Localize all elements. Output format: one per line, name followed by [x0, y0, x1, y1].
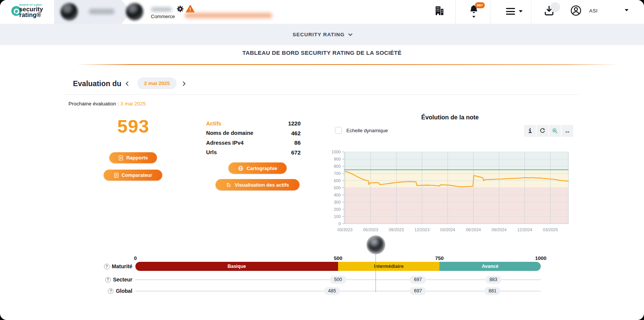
header-divider [455, 0, 456, 24]
next-evaluation-label: Prochaine évaluation : [68, 101, 119, 107]
y-tick-label: 100 [334, 214, 341, 219]
y-tick-label: 900 [334, 157, 341, 161]
brand-name-line2: rating® [19, 12, 43, 18]
asset-row: Adresses IPv486 [206, 138, 301, 148]
refresh-icon [539, 128, 546, 134]
maturity-scale-label: 1000 [535, 255, 546, 261]
asset-row: Noms de domaine462 [206, 128, 301, 138]
maturity-segment: Basique [135, 262, 338, 271]
comparateur-button[interactable]: Comparateur [104, 170, 162, 181]
user-initials: ASI [589, 8, 597, 14]
chart-band [344, 188, 568, 224]
org-url-redacted[interactable] [185, 13, 272, 18]
chart-refresh-button[interactable] [537, 125, 548, 137]
benchmark-value-pill: 485 [324, 287, 340, 295]
maturity-scale-label: 500 [334, 255, 343, 261]
cartographie-label: Cartographie [247, 165, 277, 171]
asset-row: Actifs1220 [206, 119, 301, 128]
organizations-icon[interactable] [433, 5, 445, 17]
dynamic-scale-checkbox[interactable] [335, 127, 342, 134]
evaluation-date-pill[interactable]: 2 mai 2025 [137, 77, 177, 89]
chart-toolbar: i ↔ [524, 125, 573, 137]
secteur-row-label: ? Secteur [91, 277, 132, 283]
parent-org-avatar[interactable] [61, 3, 78, 20]
user-account-icon[interactable] [570, 5, 582, 17]
asset-label: Actifs [206, 121, 221, 127]
benchmark-value-pill: 883 [485, 276, 501, 284]
brand-logo-text: board of cyber security rating® [19, 3, 43, 18]
report-download-icon [118, 155, 123, 161]
y-tick-label: 0 [338, 221, 341, 226]
score-evolution-chart: 0100200300400500600700800900100003/20230… [321, 147, 575, 238]
maturity-segment: Avancé [439, 262, 541, 271]
asset-value: 462 [291, 130, 301, 136]
chart-zoom-in-button[interactable] [549, 125, 561, 137]
score-marker-avatar [366, 235, 385, 254]
maturity-bar: BasiqueIntermédiaireAvancé [135, 262, 541, 271]
module-switcher[interactable]: SECURITY RATING [0, 24, 644, 45]
gear-icon[interactable] [176, 5, 184, 13]
asset-value: 672 [291, 149, 301, 156]
benchmark-value-pill: 697 [410, 287, 426, 295]
org-category-label: Commerce [151, 14, 175, 19]
current-org-name-redacted [151, 7, 172, 12]
asset-label: Adresses IPv4 [206, 140, 244, 146]
maturity-segment: Intermédiaire [338, 262, 439, 271]
previous-date-button[interactable] [126, 81, 130, 86]
help-icon[interactable]: ? [104, 264, 110, 269]
asset-value: 1220 [288, 120, 301, 127]
benchmark-value-pill: 881 [484, 287, 501, 295]
chart-info-button[interactable]: i [524, 125, 536, 137]
download-icon[interactable] [543, 5, 555, 17]
visualisation-actifs-label: Visualisation des actifs [235, 182, 289, 188]
help-icon[interactable]: ? [108, 288, 113, 294]
score-marker-avatar-image [367, 236, 385, 254]
assets-list: Actifs1220Noms de domaine462Adresses IPv… [206, 119, 301, 157]
visualisation-actifs-button[interactable]: Visualisation des actifs [216, 179, 299, 190]
info-icon: i [528, 127, 532, 134]
x-tick-label: 03/2025 [543, 227, 558, 232]
evaluation-heading: Evaluation du [73, 79, 121, 88]
notifications-badge: 99+ [475, 2, 485, 8]
benchmark-value-pill: 500 [330, 276, 346, 284]
chart-band [344, 152, 568, 170]
header-divider [490, 0, 490, 24]
rapports-button[interactable]: Rapports [109, 152, 157, 163]
y-tick-label: 300 [334, 200, 341, 204]
y-tick-label: 500 [334, 186, 341, 190]
security-score: 593 [115, 116, 151, 137]
title-underline [76, 64, 620, 65]
y-tick-label: 1000 [332, 150, 341, 154]
hamburger-icon [506, 8, 515, 15]
horizontal-arrows-icon: ↔ [565, 128, 571, 134]
maturity-scale-label: 750 [435, 255, 444, 261]
comparateur-label: Comparateur [122, 172, 152, 178]
document-icon [114, 173, 119, 178]
warning-icon [186, 5, 195, 13]
account-caret-icon[interactable] [625, 9, 628, 11]
global-row-label: ? Global [91, 288, 132, 294]
module-title: SECURITY RATING [293, 32, 345, 37]
dynamic-scale-label: Echelle dynamique [346, 128, 388, 133]
cartographie-button[interactable]: Cartographie [228, 162, 287, 174]
main-menu-button[interactable] [506, 8, 523, 15]
chart-pan-horizontal-button[interactable]: ↔ [562, 125, 573, 137]
help-icon[interactable]: ? [105, 277, 111, 283]
chart-title: Évolution de la note [355, 114, 545, 121]
next-date-button[interactable] [181, 81, 186, 86]
top-header: board of cyber security rating® Commerce [0, 0, 644, 24]
global-label-text: Global [116, 288, 132, 294]
current-org-avatar[interactable] [126, 3, 143, 20]
rapports-label: Rapports [126, 155, 148, 161]
next-evaluation-text: Prochaine évaluation : 3 mai 2025 [68, 101, 146, 107]
benchmark-value-pill: 697 [410, 276, 426, 284]
globe-icon [238, 165, 244, 171]
y-tick-label: 800 [334, 164, 341, 169]
score-marker-line [376, 254, 376, 292]
secteur-label-text: Secteur [113, 277, 132, 283]
chart-band [344, 170, 568, 188]
asset-row: Urls672 [206, 148, 301, 158]
maturity-label-text: Maturité [112, 263, 132, 269]
asset-label: Urls [206, 149, 217, 155]
next-evaluation-date: 3 mai 2025 [120, 101, 146, 107]
